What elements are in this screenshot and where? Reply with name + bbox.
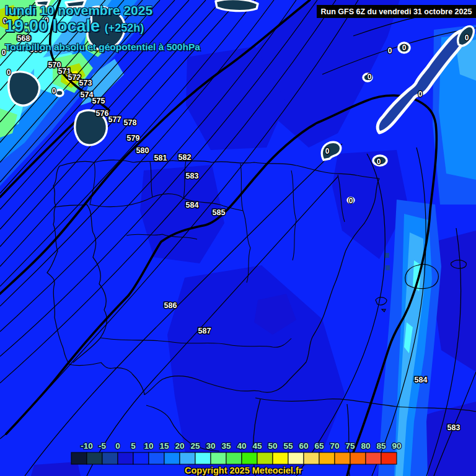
scale-cell <box>366 452 381 464</box>
geopotential-label: 577 <box>108 115 121 124</box>
scale-tick-label: -5 <box>99 441 106 451</box>
zero-contour-label: 0 <box>7 68 11 77</box>
geopotential-label: 584 <box>186 201 199 209</box>
scale-cell <box>304 452 319 464</box>
geopotential-label: 580 <box>136 146 149 155</box>
forecast-date: lundi 10 novembre 2025 <box>5 3 152 18</box>
scale-cell <box>118 452 133 464</box>
scale-tick-label: 65 <box>314 441 324 451</box>
scale-tick-label: 60 <box>299 441 308 451</box>
zero-contour-label: 0 <box>418 90 423 99</box>
geopotential-label: 578 <box>124 118 137 127</box>
scale-tick-label: 0 <box>115 441 120 451</box>
map-parameter-title: Tourbillon absolu et géopotentiel à 500h… <box>5 42 200 53</box>
scale-cell <box>273 452 288 464</box>
geopotential-label: 583 <box>186 172 199 180</box>
forecast-time-text: 19:00 locale <box>5 17 100 35</box>
scale-tick-label: 75 <box>345 441 355 451</box>
scale-tick-label: 35 <box>221 441 231 451</box>
scale-tick-label: 80 <box>361 441 370 451</box>
geopotential-label: 575 <box>92 97 105 105</box>
vorticity-field <box>0 0 476 476</box>
scale-cell <box>381 452 397 464</box>
geopotential-label: 586 <box>164 301 177 310</box>
model-run-label: Run GFS 6Z du vendredi 31 octobre 2025 <box>321 7 472 16</box>
scale-tick-label: 30 <box>206 441 215 451</box>
zero-contour-label: 0 <box>368 73 372 81</box>
weather-map-screenshot: 00000000000000 5685695705715725735745755… <box>0 0 476 476</box>
geopotential-label: 584 <box>415 376 428 384</box>
zero-contour-label: 0 <box>377 157 381 166</box>
scale-cell <box>180 452 195 464</box>
scale-cell <box>288 452 304 464</box>
scale-tick-label: 15 <box>159 441 169 451</box>
scale-cell <box>195 452 211 464</box>
scale-cell <box>211 452 226 464</box>
scale-cell <box>319 452 335 464</box>
scale-tick-label: 10 <box>144 441 153 451</box>
scale-tick-label: -10 <box>81 441 93 451</box>
zero-contour-label: 0 <box>388 46 392 55</box>
scale-cell <box>102 452 118 464</box>
scale-cell <box>71 452 87 464</box>
scale-tick-label: 45 <box>252 441 262 451</box>
scale-cell <box>133 452 149 464</box>
scale-cell <box>87 452 102 464</box>
zero-contour-label: 0 <box>52 87 56 95</box>
zero-contour-label: 0 <box>402 43 407 52</box>
geopotential-label: 583 <box>447 423 461 432</box>
scale-cell <box>335 452 350 464</box>
geopotential-label: 582 <box>178 153 192 162</box>
scale-tick-label: 70 <box>330 441 339 451</box>
geopotential-label: 574 <box>81 90 94 99</box>
scale-tick-label: 90 <box>392 441 401 451</box>
scale-cell <box>226 452 242 464</box>
scale-tick-label: 25 <box>190 441 200 451</box>
scale-cell <box>257 452 273 464</box>
geopotential-label: 579 <box>127 134 140 143</box>
scale-tick-label: 85 <box>376 441 386 451</box>
copyright-notice: Copyright 2025 Meteociel.fr <box>185 465 302 475</box>
scale-tick-label: 50 <box>268 441 277 451</box>
geopotential-label: 576 <box>96 109 109 118</box>
scale-cell <box>164 452 180 464</box>
zero-contour-label: 0 <box>465 33 469 42</box>
scale-tick-label: 40 <box>237 441 246 451</box>
scale-tick-label: 20 <box>175 441 184 451</box>
scale-tick-label: 5 <box>131 441 136 451</box>
forecast-time: 19:00 locale (+252h) <box>5 17 144 36</box>
scale-cell <box>149 452 164 464</box>
geopotential-label: 585 <box>213 208 226 217</box>
scale-cell <box>242 452 257 464</box>
model-run-box: Run GFS 6Z du vendredi 31 octobre 2025 <box>317 5 476 18</box>
geopotential-label: 587 <box>198 327 211 335</box>
scale-tick-label: 55 <box>283 441 293 451</box>
geopotential-label: 581 <box>154 154 167 162</box>
zero-contour-label: 0 <box>349 196 353 205</box>
scale-cell <box>350 452 366 464</box>
forecast-offset: (+252h) <box>105 22 144 34</box>
geopotential-label: 573 <box>79 79 92 87</box>
vorticity-geopotential-map: 00000000000000 5685695705715725735745755… <box>0 0 476 476</box>
zero-contour-label: 0 <box>325 147 330 156</box>
